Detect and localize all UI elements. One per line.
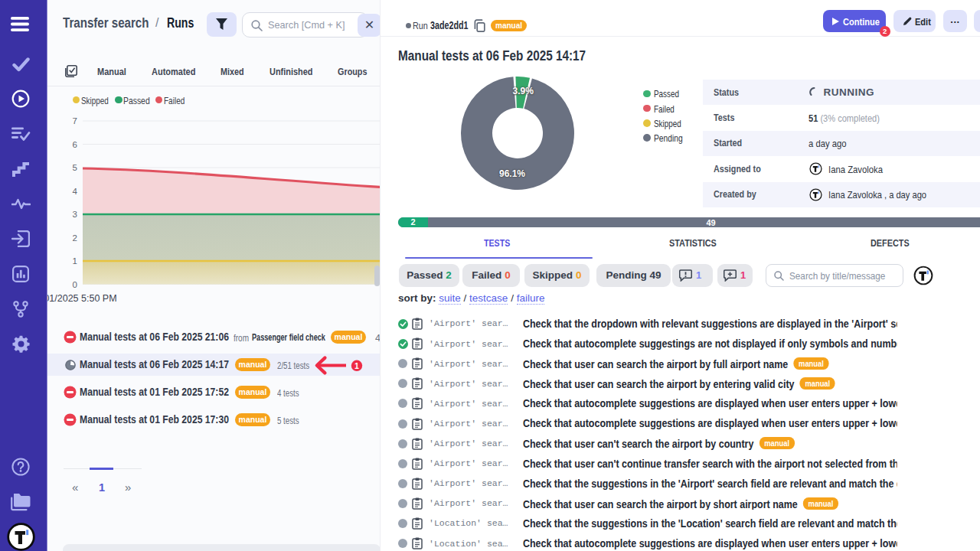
svg-text:5: 5 [73,163,77,172]
svg-text:4: 4 [73,187,78,196]
svg-text:6: 6 [73,140,77,149]
svg-text:3: 3 [73,210,77,219]
svg-text:1: 1 [354,361,359,370]
svg-text:2: 2 [73,233,77,243]
svg-text:0: 0 [73,280,77,289]
svg-text:7: 7 [73,116,77,126]
svg-text:1: 1 [73,256,77,266]
